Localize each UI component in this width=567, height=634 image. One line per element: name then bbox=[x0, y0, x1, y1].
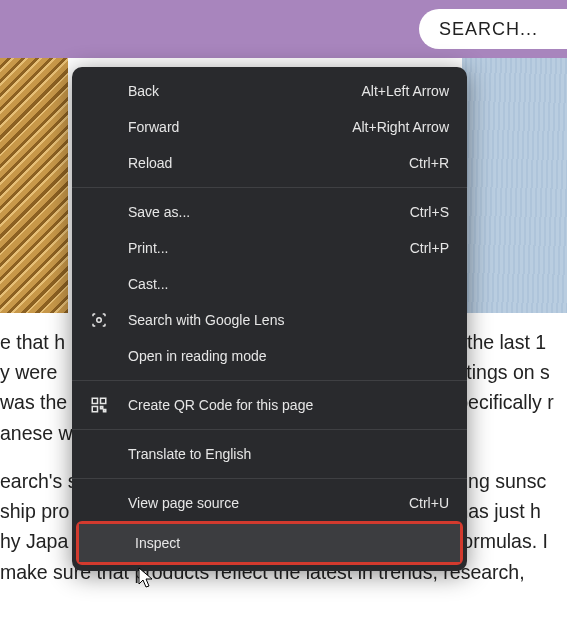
menu-item-reload[interactable]: Reload Ctrl+R bbox=[72, 145, 467, 181]
svg-rect-2 bbox=[101, 398, 106, 403]
menu-divider bbox=[72, 380, 467, 381]
menu-label: View page source bbox=[128, 495, 409, 511]
menu-divider bbox=[72, 429, 467, 430]
menu-divider bbox=[72, 478, 467, 479]
inspect-highlight: Inspect bbox=[76, 521, 463, 565]
menu-item-google-lens[interactable]: Search with Google Lens bbox=[72, 302, 467, 338]
menu-label: Save as... bbox=[128, 204, 410, 220]
menu-item-inspect[interactable]: Inspect bbox=[79, 524, 460, 562]
site-header: SEARCH... bbox=[0, 0, 567, 58]
menu-item-view-source[interactable]: View page source Ctrl+U bbox=[72, 485, 467, 521]
search-input[interactable]: SEARCH... bbox=[419, 9, 567, 49]
menu-label: Cast... bbox=[128, 276, 449, 292]
svg-rect-4 bbox=[101, 407, 103, 409]
menu-divider bbox=[72, 187, 467, 188]
svg-rect-3 bbox=[92, 407, 97, 412]
svg-rect-5 bbox=[104, 410, 106, 412]
qr-code-icon bbox=[90, 396, 128, 414]
menu-label: Print... bbox=[128, 240, 410, 256]
browser-context-menu: Back Alt+Left Arrow Forward Alt+Right Ar… bbox=[72, 67, 467, 571]
menu-label: Search with Google Lens bbox=[128, 312, 449, 328]
menu-shortcut: Ctrl+P bbox=[410, 240, 449, 256]
hero-image-left bbox=[0, 58, 68, 313]
search-placeholder: SEARCH... bbox=[439, 19, 538, 40]
menu-label: Back bbox=[128, 83, 361, 99]
menu-shortcut: Ctrl+U bbox=[409, 495, 449, 511]
menu-item-cast[interactable]: Cast... bbox=[72, 266, 467, 302]
menu-item-forward[interactable]: Forward Alt+Right Arrow bbox=[72, 109, 467, 145]
menu-label: Create QR Code for this page bbox=[128, 397, 449, 413]
menu-item-print[interactable]: Print... Ctrl+P bbox=[72, 230, 467, 266]
svg-rect-1 bbox=[92, 398, 97, 403]
menu-item-translate[interactable]: Translate to English bbox=[72, 436, 467, 472]
menu-item-reading-mode[interactable]: Open in reading mode bbox=[72, 338, 467, 374]
menu-item-back[interactable]: Back Alt+Left Arrow bbox=[72, 73, 467, 109]
menu-label: Reload bbox=[128, 155, 409, 171]
menu-label: Forward bbox=[128, 119, 352, 135]
menu-shortcut: Alt+Right Arrow bbox=[352, 119, 449, 135]
menu-label: Open in reading mode bbox=[128, 348, 449, 364]
menu-item-qr-code[interactable]: Create QR Code for this page bbox=[72, 387, 467, 423]
menu-shortcut: Ctrl+S bbox=[410, 204, 449, 220]
menu-label: Translate to English bbox=[128, 446, 449, 462]
menu-shortcut: Ctrl+R bbox=[409, 155, 449, 171]
google-lens-icon bbox=[90, 311, 128, 329]
svg-point-0 bbox=[97, 318, 102, 323]
menu-item-save-as[interactable]: Save as... Ctrl+S bbox=[72, 194, 467, 230]
hero-image-right bbox=[462, 58, 567, 313]
menu-shortcut: Alt+Left Arrow bbox=[361, 83, 449, 99]
menu-label: Inspect bbox=[135, 535, 442, 551]
